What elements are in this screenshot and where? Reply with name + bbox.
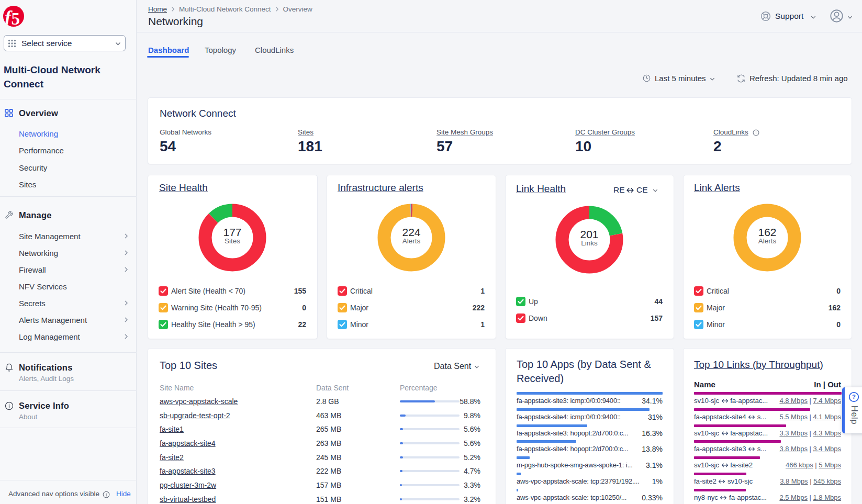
svg-text:5: 5 [12,9,20,27]
svg-text:?: ? [852,394,856,400]
